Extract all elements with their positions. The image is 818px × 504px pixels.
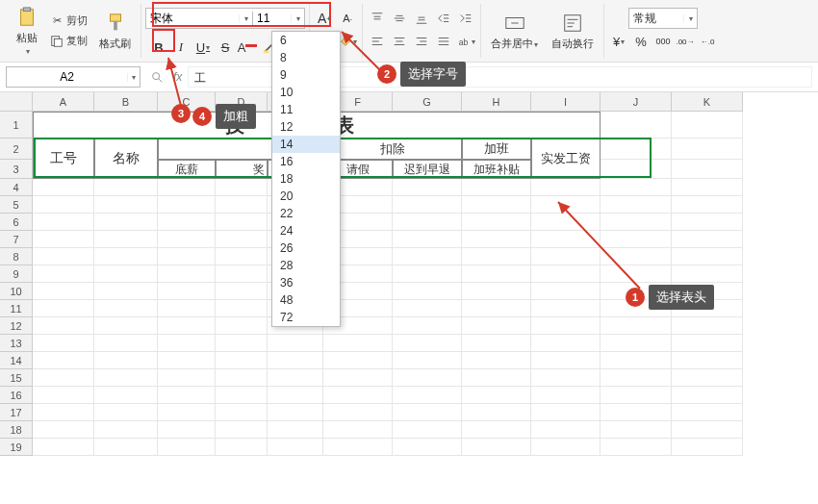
cell[interactable] — [531, 265, 601, 283]
cell[interactable] — [158, 283, 216, 300]
row-header-3[interactable]: 3 — [0, 160, 33, 179]
cell[interactable] — [216, 231, 268, 248]
cell[interactable] — [601, 439, 672, 456]
format-painter-button[interactable]: 格式刷 — [93, 8, 137, 55]
cell[interactable] — [94, 335, 158, 352]
cell[interactable] — [323, 335, 393, 352]
row-header-11[interactable]: 11 — [0, 300, 33, 317]
cell[interactable] — [216, 421, 268, 439]
decrease-font-button[interactable]: A- — [337, 8, 358, 29]
size-option-22[interactable]: 22 — [272, 205, 340, 222]
cell[interactable] — [462, 248, 531, 265]
cell[interactable] — [94, 300, 158, 317]
cell[interactable] — [462, 300, 531, 317]
cell[interactable] — [94, 248, 158, 265]
cell[interactable] — [33, 369, 94, 387]
cell[interactable] — [158, 214, 216, 231]
row-header-2[interactable]: 2 — [0, 139, 33, 160]
font-size-input[interactable] — [252, 12, 291, 25]
cell[interactable] — [323, 369, 393, 387]
cell[interactable] — [94, 265, 158, 283]
cell[interactable] — [462, 196, 531, 214]
row-header-12[interactable]: 12 — [0, 317, 33, 335]
cell[interactable] — [33, 317, 94, 335]
orientation-button[interactable]: ab▾ — [455, 31, 476, 52]
col-header-J[interactable]: J — [601, 92, 672, 112]
cell[interactable] — [216, 404, 268, 421]
cell[interactable] — [672, 179, 743, 196]
cell[interactable] — [216, 369, 268, 387]
cell[interactable] — [268, 421, 323, 439]
row-header-13[interactable]: 13 — [0, 335, 33, 352]
cell[interactable] — [393, 439, 462, 456]
data-cell[interactable]: 加班补贴 — [462, 160, 531, 179]
search-icon[interactable] — [146, 66, 167, 88]
cell[interactable] — [268, 335, 323, 352]
size-option-28[interactable]: 28 — [272, 257, 340, 274]
cell[interactable] — [323, 352, 393, 369]
cell[interactable] — [33, 214, 94, 231]
row-header-9[interactable]: 9 — [0, 265, 33, 283]
cell[interactable] — [462, 369, 531, 387]
cell[interactable] — [672, 335, 743, 352]
size-option-20[interactable]: 20 — [272, 188, 340, 205]
cell[interactable] — [158, 231, 216, 248]
cell[interactable] — [158, 404, 216, 421]
cell[interactable] — [216, 352, 268, 369]
cell[interactable] — [268, 439, 323, 456]
size-option-11[interactable]: 11 — [272, 101, 340, 118]
cell[interactable] — [94, 421, 158, 439]
cell[interactable] — [393, 317, 462, 335]
cell[interactable] — [393, 248, 462, 265]
cell[interactable] — [672, 404, 743, 421]
data-cell[interactable]: 实发工资 — [531, 139, 601, 179]
cut-button[interactable]: ✂ 剪切 — [46, 12, 91, 30]
cell[interactable] — [393, 214, 462, 231]
cell[interactable] — [33, 387, 94, 404]
cell[interactable] — [462, 335, 531, 352]
cell[interactable] — [94, 352, 158, 369]
cell[interactable] — [462, 404, 531, 421]
row-header-14[interactable]: 14 — [0, 352, 33, 369]
currency-button[interactable]: ¥▾ — [608, 31, 629, 52]
col-header-I[interactable]: I — [531, 92, 601, 112]
cell[interactable] — [33, 421, 94, 439]
data-cell[interactable]: 迟到早退 — [393, 160, 462, 179]
data-cell[interactable]: 工号 — [33, 139, 94, 179]
row-header-15[interactable]: 15 — [0, 369, 33, 387]
cell[interactable] — [94, 231, 158, 248]
cell[interactable] — [33, 439, 94, 456]
italic-button[interactable]: I — [170, 37, 192, 58]
cell[interactable] — [601, 248, 672, 265]
cell[interactable] — [393, 179, 462, 196]
bold-button[interactable]: B — [148, 37, 169, 58]
cell[interactable] — [672, 139, 743, 160]
cell[interactable] — [462, 265, 531, 283]
size-option-48[interactable]: 48 — [272, 291, 340, 309]
cell[interactable] — [601, 112, 672, 139]
size-option-8[interactable]: 8 — [272, 49, 340, 66]
cell[interactable] — [158, 317, 216, 335]
size-option-10[interactable]: 10 — [272, 84, 340, 101]
decrease-decimal-button[interactable]: ←.0 — [697, 31, 718, 52]
cell[interactable] — [531, 283, 601, 300]
cell[interactable] — [216, 300, 268, 317]
size-option-26[interactable]: 26 — [272, 239, 340, 257]
cell[interactable] — [672, 265, 743, 283]
cell[interactable] — [672, 439, 743, 456]
cell[interactable] — [601, 317, 672, 335]
cell[interactable] — [601, 369, 672, 387]
cell[interactable] — [531, 196, 601, 214]
justify-button[interactable] — [433, 31, 454, 52]
decrease-indent-button[interactable] — [433, 8, 454, 29]
cell[interactable] — [531, 369, 601, 387]
size-option-36[interactable]: 36 — [272, 274, 340, 291]
cell[interactable] — [94, 387, 158, 404]
cell[interactable] — [158, 300, 216, 317]
cell[interactable] — [33, 404, 94, 421]
cell[interactable] — [531, 335, 601, 352]
cell[interactable] — [672, 160, 743, 179]
cell[interactable] — [531, 352, 601, 369]
cell[interactable] — [462, 421, 531, 439]
cell[interactable] — [94, 214, 158, 231]
